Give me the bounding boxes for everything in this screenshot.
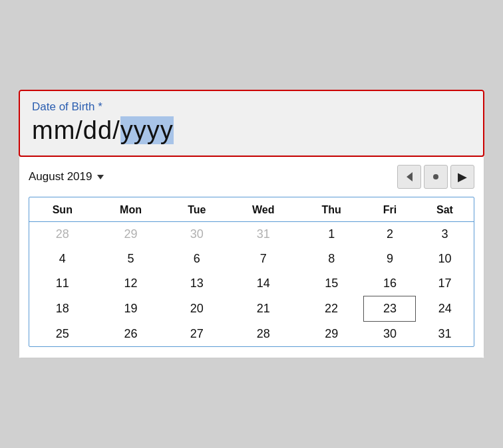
calendar-day[interactable]: 12 (96, 271, 166, 296)
calendar-day[interactable]: 23 (364, 296, 416, 322)
calendar-day[interactable]: 13 (166, 271, 228, 296)
calendar-day[interactable]: 22 (299, 296, 364, 322)
calendar-week-row: 28293031123 (29, 222, 474, 247)
calendar-day[interactable]: 4 (29, 247, 96, 271)
calendar-day[interactable]: 10 (416, 247, 474, 271)
weekday-wed: Wed (228, 197, 299, 222)
calendar-week-row: 45678910 (29, 247, 474, 271)
calendar-day[interactable]: 29 (299, 322, 364, 347)
dot-icon (433, 174, 438, 179)
calendar-day[interactable]: 31 (416, 322, 474, 347)
calendar-day[interactable]: 5 (96, 247, 166, 271)
calendar-day[interactable]: 16 (364, 271, 416, 296)
calendar-day[interactable]: 14 (228, 271, 299, 296)
calendar-day[interactable]: 9 (364, 247, 416, 271)
calendar-day[interactable]: 30 (166, 222, 228, 247)
calendar-day[interactable]: 3 (416, 222, 474, 247)
calendar-day[interactable]: 11 (29, 271, 96, 296)
calendar-nav-buttons: ▶ (397, 165, 474, 189)
weekday-mon: Mon (96, 197, 166, 222)
calendar-day[interactable]: 6 (166, 247, 228, 271)
calendar-day[interactable]: 7 (228, 247, 299, 271)
today-button[interactable] (424, 165, 448, 189)
weekday-sat: Sat (416, 197, 474, 222)
next-month-button[interactable]: ▶ (450, 165, 474, 189)
dob-value: mm/dd/yyyy (32, 116, 471, 145)
calendar-day[interactable]: 2 (364, 222, 416, 247)
date-picker-container: Date of Birth * mm/dd/yyyy August 2019 ▶ (19, 90, 484, 358)
prev-month-button[interactable] (397, 165, 421, 189)
dob-label: Date of Birth * (32, 100, 471, 114)
calendar-popup: August 2019 ▶ Sun (19, 157, 484, 358)
dob-plain-text: mm/dd/ (32, 116, 120, 144)
calendar-day[interactable]: 17 (416, 271, 474, 296)
weekday-header-row: Sun Mon Tue Wed Thu Fri Sat (29, 197, 474, 222)
weekday-fri: Fri (364, 197, 416, 222)
calendar-week-row: 25262728293031 (29, 322, 474, 347)
dob-highlight-text: yyyy (120, 116, 174, 144)
calendar-week-row: 11121314151617 (29, 271, 474, 296)
month-year-label: August 2019 (29, 170, 92, 183)
calendar-day[interactable]: 24 (416, 296, 474, 322)
weekday-thu: Thu (299, 197, 364, 222)
calendar-day[interactable]: 27 (166, 322, 228, 347)
calendar-day[interactable]: 31 (228, 222, 299, 247)
calendar-day[interactable]: 26 (96, 322, 166, 347)
calendar-day[interactable]: 29 (96, 222, 166, 247)
calendar-day[interactable]: 18 (29, 296, 96, 322)
calendar-grid: Sun Mon Tue Wed Thu Fri Sat 282930311234… (29, 197, 474, 347)
calendar-table: Sun Mon Tue Wed Thu Fri Sat 282930311234… (29, 197, 474, 346)
calendar-day[interactable]: 28 (228, 322, 299, 347)
calendar-day[interactable]: 19 (96, 296, 166, 322)
calendar-week-row: 18192021222324 (29, 296, 474, 322)
weekday-tue: Tue (166, 197, 228, 222)
calendar-day[interactable]: 8 (299, 247, 364, 271)
calendar-day[interactable]: 1 (299, 222, 364, 247)
calendar-header: August 2019 ▶ (29, 165, 474, 189)
weekday-sun: Sun (29, 197, 96, 222)
calendar-day[interactable]: 20 (166, 296, 228, 322)
cursor-arrow-icon: ▶ (458, 169, 467, 184)
prev-arrow-icon (407, 172, 413, 181)
calendar-day[interactable]: 30 (364, 322, 416, 347)
calendar-day[interactable]: 21 (228, 296, 299, 322)
calendar-day[interactable]: 28 (29, 222, 96, 247)
calendar-day[interactable]: 15 (299, 271, 364, 296)
dob-field[interactable]: Date of Birth * mm/dd/yyyy (19, 90, 484, 157)
dropdown-arrow-icon (97, 175, 104, 179)
calendar-day[interactable]: 25 (29, 322, 96, 347)
month-year-button[interactable]: August 2019 (29, 170, 104, 183)
